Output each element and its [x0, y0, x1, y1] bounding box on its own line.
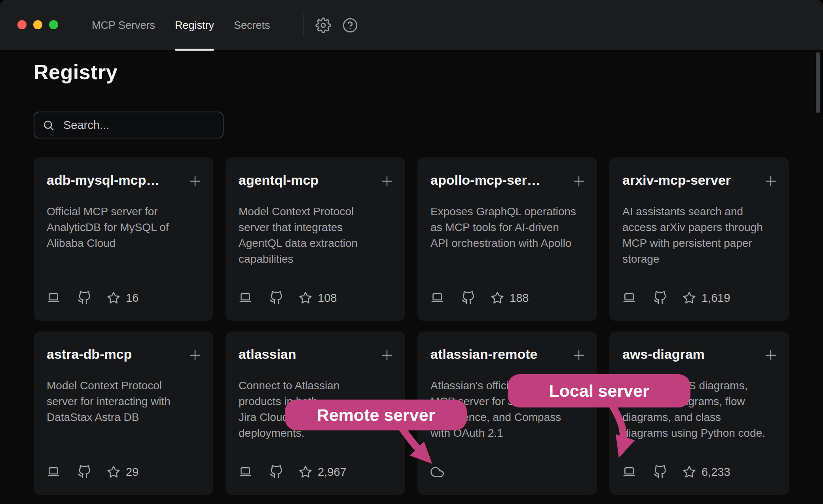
help-icon[interactable]	[342, 17, 358, 33]
server-name: astra-db-mcp	[47, 347, 182, 362]
search-input[interactable]	[63, 118, 215, 132]
star-count: 29	[126, 466, 138, 479]
add-server-button[interactable]	[572, 174, 586, 188]
server-card-arxiv[interactable]: arxiv-mcp-server AI assistants search an…	[609, 157, 789, 321]
server-name: agentql-mcp	[239, 172, 374, 188]
server-name: adb-mysql-mcp…	[47, 172, 182, 188]
page-title: Registry	[34, 60, 118, 84]
server-card-adb-mysql[interactable]: adb-mysql-mcp… Official MCP server for A…	[34, 157, 213, 321]
server-card-apollo[interactable]: apollo-mcp-ser… Exposes GraphQL operatio…	[417, 157, 597, 321]
add-server-button[interactable]	[572, 348, 586, 362]
laptop-icon	[239, 291, 252, 305]
laptop-icon	[430, 291, 444, 305]
star-count: 6,233	[702, 466, 730, 479]
settings-gear-icon[interactable]	[315, 17, 331, 33]
card-footer: 16	[47, 291, 138, 305]
local-server-callout: Local server	[508, 374, 690, 407]
toolbar-divider	[303, 14, 304, 36]
star-count: 108	[318, 292, 337, 305]
zoom-window-button[interactable]	[49, 20, 58, 29]
server-card-agentql[interactable]: agentql-mcp Model Context Protocol serve…	[226, 157, 405, 321]
tab-registry[interactable]: Registry	[175, 0, 214, 51]
server-description: Model Context Protocol server that integ…	[239, 204, 397, 267]
main-nav: MCP Servers Registry Secrets	[92, 0, 270, 51]
search-box[interactable]	[34, 112, 224, 138]
star-icon	[683, 291, 696, 305]
card-footer: 108	[239, 291, 337, 305]
cloud-icon	[430, 465, 444, 479]
add-server-button[interactable]	[764, 174, 778, 188]
github-icon[interactable]	[269, 291, 283, 305]
add-server-button[interactable]	[380, 174, 394, 188]
card-footer: 29	[47, 465, 138, 479]
card-footer: 6,233	[622, 465, 730, 479]
scrollbar-thumb[interactable]	[816, 52, 820, 113]
card-footer	[430, 465, 444, 479]
star-count: 1,619	[702, 292, 730, 305]
github-icon[interactable]	[653, 291, 667, 305]
server-description: Official MCP server for AnalyticDB for M…	[47, 204, 205, 251]
server-name: atlassian	[239, 347, 374, 362]
star-icon	[299, 465, 312, 479]
tab-secrets[interactable]: Secrets	[234, 0, 270, 51]
github-icon[interactable]	[78, 291, 91, 305]
card-footer: 188	[430, 291, 529, 305]
github-icon[interactable]	[461, 291, 475, 305]
star-count: 16	[126, 292, 138, 305]
server-name: aws-diagram	[622, 347, 757, 362]
laptop-icon	[47, 291, 60, 305]
server-description: Model Context Protocol server for intera…	[47, 378, 205, 425]
server-name: apollo-mcp-ser…	[430, 172, 565, 188]
close-window-button[interactable]	[17, 20, 27, 29]
server-name: arxiv-mcp-server	[622, 172, 757, 188]
traffic-lights	[17, 20, 58, 29]
github-icon[interactable]	[653, 465, 667, 479]
star-icon	[107, 291, 120, 305]
minimize-window-button[interactable]	[33, 20, 42, 29]
server-description: AI assistants search and access arXiv pa…	[622, 204, 781, 267]
star-count: 2,967	[318, 466, 347, 479]
registry-grid: adb-mysql-mcp… Official MCP server for A…	[34, 157, 789, 495]
star-icon	[299, 291, 312, 305]
github-icon[interactable]	[269, 465, 283, 479]
search-icon	[42, 119, 55, 131]
laptop-icon	[239, 465, 252, 479]
add-server-button[interactable]	[764, 348, 778, 362]
remote-server-callout: Remote server	[285, 400, 467, 430]
server-card-astra-db[interactable]: astra-db-mcp Model Context Protocol serv…	[34, 332, 213, 495]
tab-mcp-servers[interactable]: MCP Servers	[92, 0, 155, 51]
star-icon	[491, 291, 504, 305]
title-bar: MCP Servers Registry Secrets	[0, 0, 823, 51]
app-window: MCP Servers Registry Secrets Registry	[0, 0, 823, 504]
github-icon[interactable]	[78, 465, 91, 479]
laptop-icon	[622, 291, 636, 305]
laptop-icon	[622, 465, 636, 479]
server-name: atlassian-remote	[430, 347, 565, 362]
laptop-icon	[47, 465, 60, 479]
card-footer: 1,619	[622, 291, 730, 305]
add-server-button[interactable]	[188, 348, 202, 362]
star-icon	[683, 465, 696, 479]
server-card-aws-diagram[interactable]: aws-diagram Generate AWS diagrams, seque…	[609, 332, 789, 495]
add-server-button[interactable]	[380, 348, 394, 362]
server-description: Exposes GraphQL operations as MCP tools …	[430, 204, 589, 251]
star-icon	[107, 465, 120, 479]
card-footer: 2,967	[239, 465, 347, 479]
star-count: 188	[510, 292, 529, 305]
add-server-button[interactable]	[188, 174, 202, 188]
